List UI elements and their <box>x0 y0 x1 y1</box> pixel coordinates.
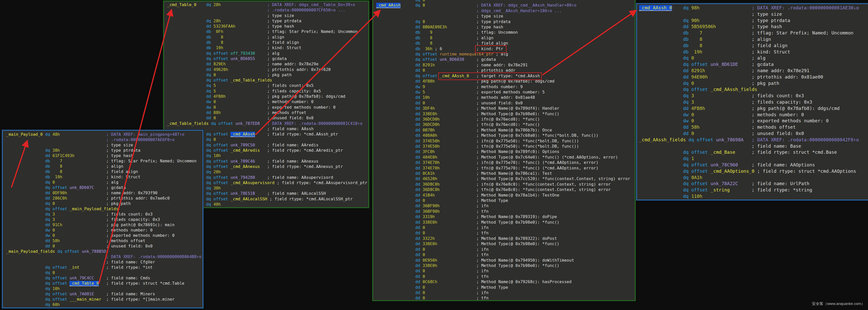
asm-line[interactable]: dd 36DCD0h ; tfn(@ 0x76ecd0): *func() <box>376 122 635 127</box>
asm-line[interactable]: dq 38h ; type ptrdata <box>6 148 203 153</box>
asm-line[interactable]: dd 0C68Ch ; Method Name(@ 0x79268c): has… <box>376 279 635 284</box>
asm-line[interactable]: dd 338E0h ; Method Type(@ 0x7b98e0): *fu… <box>376 263 635 268</box>
asm-line[interactable]: dd 0B7Bh ; Method Name(@ 0x786b7b): Once <box>376 127 635 133</box>
asm-selected-name[interactable]: _cmd_Table_0 <box>69 281 99 286</box>
asm-line[interactable]: dd 88h ; methods offset <box>167 110 368 115</box>
asm-line[interactable]: dd 10h ; methods addr: 0x81ae48 <box>376 95 635 100</box>
asm-line[interactable]: db 8 ; field align <box>6 169 203 174</box>
asm-unk-ref[interactable]: unk_7A081E <box>69 291 94 296</box>
asm-unk-ref[interactable]: unk_78698A <box>716 137 743 142</box>
asm-line[interactable]: dd 41B4h ; Method Name(@ 0x78a1b4): Test… <box>376 193 635 198</box>
asm-selected-name[interactable]: _cmd_AAssh_0 <box>639 5 672 11</box>
asm-line[interactable]: dd 0 ; ifn <box>376 268 635 274</box>
asm-line[interactable]: dw 9 ; methods number: 9 <box>376 84 635 90</box>
asm-line[interactable]: dd 0E950h ; Method Name(@ 0x794950): doW… <box>376 257 635 263</box>
asm-line[interactable]: ; .rodata:00000000007CF650↑o ... <box>167 7 368 13</box>
asm-line[interactable]: dq offset _cmd_AAssh_fields <box>639 87 868 93</box>
asm-name[interactable]: _cmd_Table_fields <box>230 78 272 82</box>
asm-line[interactable]: dq 0 ; alg <box>6 179 203 185</box>
asm-line[interactable]: _main_Payload_0 dq 48h ; DATA XREF: main… <box>6 132 203 137</box>
asm-line[interactable]: dd 3FC0h ; Method Name(@ 0x789fc0): Opti… <box>376 149 635 154</box>
asm-line[interactable]: dq 0 ; pkg path <box>167 72 368 77</box>
asm-unk-ref[interactable]: unk_789C50 <box>230 143 255 147</box>
asm-line[interactable]: db 8 ; field align <box>639 42 868 49</box>
asm-line[interactable]: dw 0 ; exported methods number: 0 <box>6 233 203 238</box>
asm-line[interactable]: dq 28h ; type ptrdata <box>167 18 368 24</box>
asm-line[interactable]: db 0Fh ; tflag: Star Prefix; Named; Unco… <box>167 29 368 34</box>
asm-name[interactable]: _cmd_AAredis <box>230 148 260 153</box>
asm-line[interactable]: ; type size <box>6 142 203 148</box>
asm-line[interactable]: dq 8 ; type ptrdata <box>376 19 635 24</box>
asm-line[interactable]: dd 61F1C493h ; type hash <box>6 153 203 158</box>
asm-line[interactable]: db 8 ; align <box>639 36 868 42</box>
asm-line[interactable]: dd 4FB8h ; pkg path(@ 0x78afb8): ddgs/cm… <box>639 105 868 112</box>
asm-line[interactable]: ; type size <box>167 13 368 18</box>
asm-line[interactable]: dq 0A1h <box>639 174 868 181</box>
asm-line[interactable]: dd 0 ; tfn <box>376 252 635 257</box>
asm-line[interactable]: dq offset _main_Payload_fields <box>6 206 203 211</box>
asm-line[interactable]: dq 3 ; fields count: 0x3 <box>639 93 868 99</box>
asm-line[interactable]: dd 0 ; ifn <box>376 225 635 230</box>
asm-line[interactable]: dq 0 ; pkg path <box>6 201 203 206</box>
asm-line[interactable]: dd 829Eh ; name addr: 0x78e29e <box>167 61 368 67</box>
asm-selected-name[interactable]: _cmd_AAssh <box>376 3 401 8</box>
asm-line[interactable]: dd 4FB8h ; pkg path(@ 0x78afb8): ddgs/cm… <box>167 94 368 99</box>
asm-line[interactable]: dq 0 <box>6 270 203 275</box>
asm-line[interactable]: dq 60h <box>6 302 203 307</box>
asm-line[interactable]: dw 0 ; methods number: 0 <box>639 112 868 118</box>
asm-line[interactable]: dd 0DF90h ; name addr: 0x793f90 <box>6 190 203 196</box>
asm-line[interactable]: _cmd_AAssh dq 8 ; DATA XREF: ddgs_cmd__A… <box>376 3 635 8</box>
asm-line[interactable]: dq offset unk_7A081E ; field name: Miner… <box>6 291 203 297</box>
asm-line[interactable]: db 8 ; align <box>376 35 635 40</box>
asm-line[interactable]: dq offset _string ; field rtype: *string <box>639 187 868 193</box>
asm-name[interactable]: ___main_miner <box>69 297 101 302</box>
asm-line[interactable]: dd 374E70h ; tfn(@ 0x775e70): *func() (*… <box>376 165 635 171</box>
asm-unk-ref[interactable]: unk_788B5D <box>82 249 106 254</box>
asm-line[interactable]: ; field name: Base <box>639 143 868 149</box>
asm-line[interactable]: dq offset unk_8D6038 ; gcdata <box>376 57 635 62</box>
asm-line[interactable]: dd 36D8C0h ; ifn(@ 0x76e8c0): *func(cont… <box>376 182 635 187</box>
asm-line[interactable]: dq offset unk_8D6055 ; gcdata <box>167 56 368 61</box>
asm-line[interactable]: dq 5 ; fileds capacity: 0x5 <box>167 89 368 94</box>
asm-line[interactable]: dq offset unk_78C960 ; field name: AAOpt… <box>639 162 868 168</box>
asm-line[interactable]: _cmd_AAssh_fields dq offset unk_78698A ;… <box>639 137 868 143</box>
asm-line[interactable]: dq 5 ; fields count: 0x5 <box>167 83 368 88</box>
asm-line[interactable]: dd 53236FAAh ; type hash <box>167 24 368 29</box>
asm-line[interactable]: db 7 ; tflag: Star Prefix; Named; Uncomm… <box>6 158 203 164</box>
asm-name[interactable]: _string <box>711 187 730 193</box>
asm-name[interactable]: _int <box>69 265 79 270</box>
asm-line[interactable]: dq 3 ; fileds capacity: 0x3 <box>639 99 868 105</box>
asm-off-ref[interactable]: off_793430 <box>230 51 255 56</box>
asm-line[interactable]: dd 0 ; ifn <box>376 247 635 252</box>
asm-unk-ref[interactable]: unk_794280 <box>230 175 255 180</box>
asm-name[interactable]: _cmd_AAsupervisord <box>230 180 274 185</box>
asm-line[interactable]: dd 338E0h ; Method Type(@ 0x7b98e0): *fu… <box>376 219 635 225</box>
asm-unk-ref[interactable]: unk_787ED8 <box>236 121 260 126</box>
asm-line[interactable]: dd 36D8C0h ; tfn(@ 0x76e8c0): *func(cont… <box>376 187 635 192</box>
asm-line[interactable]: dd 404E0h ; Method Type(@ 0x7c64e0): *fu… <box>376 154 635 160</box>
asm-line[interactable]: db 8 ; align <box>6 164 203 169</box>
asm-line[interactable]: dd 5B569506h ; type hash <box>639 24 868 30</box>
asm-name[interactable]: _cmd_AALocalSSH <box>230 197 267 201</box>
asm-name[interactable]: _main_Payload_fields <box>6 249 55 254</box>
asm-line[interactable]: dq offset unk_8D607C ; gcdata <box>6 185 203 190</box>
asm-line[interactable]: dd 0 ; unused field: 0x0 <box>6 243 203 249</box>
asm-line[interactable]: dd 91Ch ; pkg path(@ 0x78691c): main <box>6 222 203 228</box>
asm-line[interactable]: dq 0 ; pkg path <box>639 80 868 87</box>
asm-line[interactable]: dw 0 ; exported methods number: 0 <box>639 118 868 124</box>
asm-line[interactable]: dw 0 ; methods number: 0 <box>6 228 203 233</box>
asm-unk-ref[interactable]: unk_79C4CC <box>69 276 94 280</box>
asm-line[interactable]: dq 3 ; fileds capacity: 0x3 <box>6 217 203 222</box>
asm-line[interactable]: dd 0 ; unused field: 0x0 <box>376 100 635 106</box>
asm-line[interactable]: dd 3DF4h ; Method Name(@ 0x789df4): Hand… <box>376 106 635 111</box>
asm-line[interactable]: dq offset off_793430 ; alg <box>167 50 368 56</box>
asm-line[interactable]: dq 3 ; fields count: 0x3 <box>6 211 203 217</box>
asm-unk-ref[interactable]: unk_789C46 <box>230 159 255 164</box>
asm-line[interactable]: dq offset unk_8D61DE ; gcdata <box>639 61 868 68</box>
asm-name[interactable]: _main_Payload_0 <box>6 132 43 137</box>
asm-line[interactable]: db 8 ; align <box>167 34 368 40</box>
asm-line[interactable]: dq offset _cmd_Table_0 ; field rtype: st… <box>6 281 203 286</box>
asm-line[interactable]: dq 90h ; type ptrdata <box>639 18 868 24</box>
asm-line[interactable]: dd 0CA1h ; Method Name(@ 0x786ca1): Test <box>376 171 635 176</box>
asm-name[interactable]: _cmd_AAssh_fields <box>639 137 686 142</box>
